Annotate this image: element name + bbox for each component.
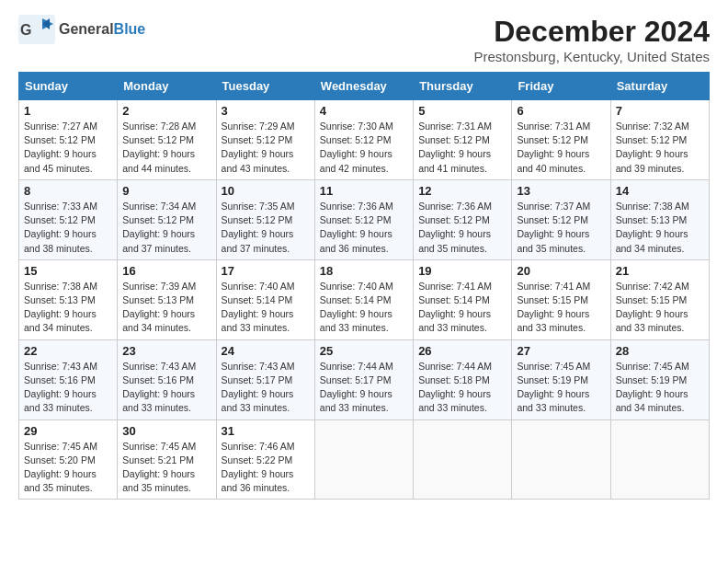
calendar-cell: 17 Sunrise: 7:40 AMSunset: 5:14 PMDaylig…: [216, 259, 314, 339]
calendar-cell: 14 Sunrise: 7:38 AMSunset: 5:13 PMDaylig…: [610, 179, 709, 259]
calendar-cell: 30 Sunrise: 7:45 AMSunset: 5:21 PMDaylig…: [118, 419, 216, 500]
cell-day-number: 17: [222, 264, 310, 278]
cell-day-number: 14: [616, 184, 704, 198]
cell-day-number: 26: [418, 344, 506, 358]
calendar-cell: 23 Sunrise: 7:43 AMSunset: 5:16 PMDaylig…: [118, 339, 216, 419]
calendar-cell: 25 Sunrise: 7:44 AMSunset: 5:17 PMDaylig…: [314, 339, 413, 419]
cell-info: Sunrise: 7:33 AMSunset: 5:12 PMDaylight:…: [24, 201, 97, 254]
calendar-header-row: SundayMondayTuesdayWednesdayThursdayFrid…: [19, 73, 710, 100]
cell-info: Sunrise: 7:39 AMSunset: 5:13 PMDaylight:…: [122, 281, 196, 334]
calendar-header-thursday: Thursday: [414, 73, 512, 100]
cell-day-number: 23: [122, 344, 210, 358]
calendar-week-row: 8 Sunrise: 7:33 AMSunset: 5:12 PMDayligh…: [19, 179, 710, 259]
cell-day-number: 8: [24, 184, 112, 198]
cell-info: Sunrise: 7:35 AMSunset: 5:12 PMDaylight:…: [222, 201, 295, 254]
calendar-cell: 10 Sunrise: 7:35 AMSunset: 5:12 PMDaylig…: [216, 179, 314, 259]
calendar-cell: 28 Sunrise: 7:45 AMSunset: 5:19 PMDaylig…: [610, 339, 709, 419]
calendar-cell: 11 Sunrise: 7:36 AMSunset: 5:12 PMDaylig…: [314, 179, 413, 259]
calendar-header-sunday: Sunday: [19, 73, 118, 100]
cell-day-number: 10: [222, 184, 310, 198]
cell-info: Sunrise: 7:45 AMSunset: 5:20 PMDaylight:…: [24, 441, 97, 494]
cell-info: Sunrise: 7:27 AMSunset: 5:12 PMDaylight:…: [24, 121, 97, 174]
cell-day-number: 28: [616, 344, 704, 358]
title-area: December 2024 Prestonsburg, Kentucky, Un…: [473, 15, 710, 64]
calendar-cell: 24 Sunrise: 7:43 AMSunset: 5:17 PMDaylig…: [216, 339, 314, 419]
cell-day-number: 9: [122, 184, 210, 198]
cell-day-number: 31: [222, 424, 310, 438]
cell-day-number: 25: [320, 344, 408, 358]
cell-info: Sunrise: 7:44 AMSunset: 5:18 PMDaylight:…: [418, 361, 492, 414]
cell-day-number: 16: [122, 264, 210, 278]
calendar-week-row: 22 Sunrise: 7:43 AMSunset: 5:16 PMDaylig…: [19, 339, 710, 419]
calendar-header-tuesday: Tuesday: [216, 73, 314, 100]
cell-day-number: 2: [122, 104, 210, 118]
logo-icon: G: [18, 15, 55, 44]
cell-info: Sunrise: 7:34 AMSunset: 5:12 PMDaylight:…: [122, 201, 196, 254]
cell-info: Sunrise: 7:42 AMSunset: 5:15 PMDaylight:…: [616, 281, 689, 334]
cell-info: Sunrise: 7:40 AMSunset: 5:14 PMDaylight:…: [222, 281, 295, 334]
cell-info: Sunrise: 7:31 AMSunset: 5:12 PMDaylight:…: [418, 121, 492, 174]
calendar-cell: 18 Sunrise: 7:40 AMSunset: 5:14 PMDaylig…: [314, 259, 413, 339]
logo-blue: Blue: [114, 21, 146, 37]
location-title: Prestonsburg, Kentucky, United States: [473, 49, 710, 64]
cell-info: Sunrise: 7:43 AMSunset: 5:16 PMDaylight:…: [24, 361, 97, 414]
cell-day-number: 13: [517, 184, 605, 198]
cell-info: Sunrise: 7:46 AMSunset: 5:22 PMDaylight:…: [222, 441, 295, 494]
cell-day-number: 4: [320, 104, 408, 118]
cell-day-number: 19: [418, 264, 506, 278]
calendar-cell: 1 Sunrise: 7:27 AMSunset: 5:12 PMDayligh…: [19, 100, 118, 180]
cell-info: Sunrise: 7:43 AMSunset: 5:16 PMDaylight:…: [122, 361, 196, 414]
cell-info: Sunrise: 7:45 AMSunset: 5:19 PMDaylight:…: [517, 361, 590, 414]
calendar-cell: 2 Sunrise: 7:28 AMSunset: 5:12 PMDayligh…: [118, 100, 216, 180]
calendar-cell: [414, 419, 512, 500]
calendar-cell: [610, 419, 709, 500]
calendar-cell: [314, 419, 413, 500]
cell-day-number: 22: [24, 344, 112, 358]
calendar-table: SundayMondayTuesdayWednesdayThursdayFrid…: [18, 72, 710, 500]
cell-info: Sunrise: 7:41 AMSunset: 5:14 PMDaylight:…: [418, 281, 492, 334]
cell-info: Sunrise: 7:29 AMSunset: 5:12 PMDaylight:…: [222, 121, 295, 174]
calendar-cell: 6 Sunrise: 7:31 AMSunset: 5:12 PMDayligh…: [512, 100, 610, 180]
calendar-cell: 22 Sunrise: 7:43 AMSunset: 5:16 PMDaylig…: [19, 339, 118, 419]
cell-day-number: 20: [517, 264, 605, 278]
calendar-cell: 31 Sunrise: 7:46 AMSunset: 5:22 PMDaylig…: [216, 419, 314, 500]
cell-day-number: 21: [616, 264, 704, 278]
calendar-header-saturday: Saturday: [610, 73, 709, 100]
cell-day-number: 30: [122, 424, 210, 438]
calendar-cell: 4 Sunrise: 7:30 AMSunset: 5:12 PMDayligh…: [314, 100, 413, 180]
calendar-header-monday: Monday: [118, 73, 216, 100]
cell-info: Sunrise: 7:43 AMSunset: 5:17 PMDaylight:…: [222, 361, 295, 414]
month-title: December 2024: [473, 15, 710, 49]
svg-text:G: G: [20, 22, 31, 38]
cell-info: Sunrise: 7:32 AMSunset: 5:12 PMDaylight:…: [616, 121, 689, 174]
cell-info: Sunrise: 7:45 AMSunset: 5:21 PMDaylight:…: [122, 441, 196, 494]
cell-info: Sunrise: 7:44 AMSunset: 5:17 PMDaylight:…: [320, 361, 393, 414]
cell-day-number: 15: [24, 264, 112, 278]
cell-day-number: 1: [24, 104, 112, 118]
calendar-cell: 21 Sunrise: 7:42 AMSunset: 5:15 PMDaylig…: [610, 259, 709, 339]
cell-info: Sunrise: 7:28 AMSunset: 5:12 PMDaylight:…: [122, 121, 196, 174]
cell-info: Sunrise: 7:37 AMSunset: 5:12 PMDaylight:…: [517, 201, 590, 254]
cell-info: Sunrise: 7:38 AMSunset: 5:13 PMDaylight:…: [616, 201, 689, 254]
calendar-cell: 5 Sunrise: 7:31 AMSunset: 5:12 PMDayligh…: [414, 100, 512, 180]
calendar-cell: 3 Sunrise: 7:29 AMSunset: 5:12 PMDayligh…: [216, 100, 314, 180]
cell-info: Sunrise: 7:40 AMSunset: 5:14 PMDaylight:…: [320, 281, 393, 334]
calendar-cell: 7 Sunrise: 7:32 AMSunset: 5:12 PMDayligh…: [610, 100, 709, 180]
calendar-header-friday: Friday: [512, 73, 610, 100]
calendar-cell: 9 Sunrise: 7:34 AMSunset: 5:12 PMDayligh…: [118, 179, 216, 259]
calendar-cell: 8 Sunrise: 7:33 AMSunset: 5:12 PMDayligh…: [19, 179, 118, 259]
cell-info: Sunrise: 7:41 AMSunset: 5:15 PMDaylight:…: [517, 281, 590, 334]
logo: G GeneralBlue: [18, 15, 145, 44]
calendar-cell: 26 Sunrise: 7:44 AMSunset: 5:18 PMDaylig…: [414, 339, 512, 419]
cell-day-number: 24: [222, 344, 310, 358]
calendar-cell: 15 Sunrise: 7:38 AMSunset: 5:13 PMDaylig…: [19, 259, 118, 339]
cell-day-number: 11: [320, 184, 408, 198]
cell-day-number: 6: [517, 104, 605, 118]
cell-day-number: 3: [222, 104, 310, 118]
cell-day-number: 29: [24, 424, 112, 438]
calendar-body: 1 Sunrise: 7:27 AMSunset: 5:12 PMDayligh…: [19, 100, 710, 500]
cell-day-number: 7: [616, 104, 704, 118]
calendar-cell: 27 Sunrise: 7:45 AMSunset: 5:19 PMDaylig…: [512, 339, 610, 419]
cell-day-number: 12: [418, 184, 506, 198]
calendar-cell: 19 Sunrise: 7:41 AMSunset: 5:14 PMDaylig…: [414, 259, 512, 339]
